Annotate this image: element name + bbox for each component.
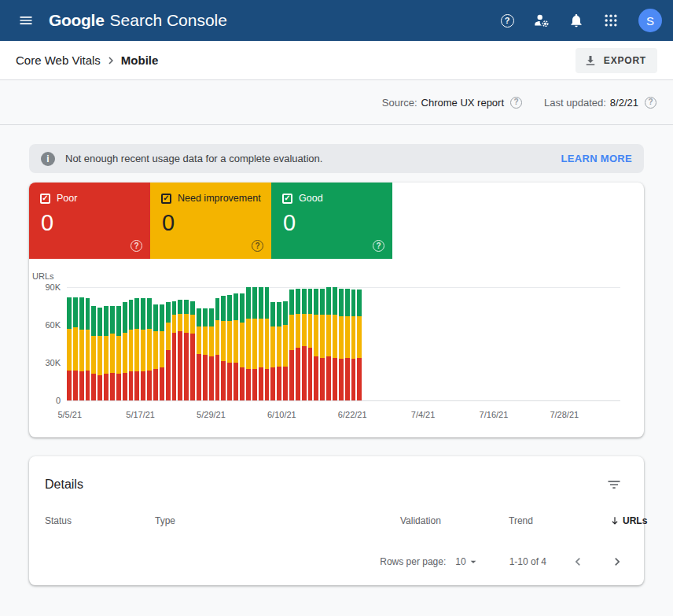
bar-segment-poor bbox=[91, 374, 96, 400]
export-button[interactable]: EXPORT bbox=[576, 48, 657, 73]
bar-segment-poor bbox=[203, 355, 208, 400]
chart-bar[interactable] bbox=[172, 301, 177, 400]
chart-bar[interactable] bbox=[283, 301, 288, 400]
bar-segment-ni bbox=[160, 331, 164, 367]
chart-bar[interactable] bbox=[203, 308, 208, 400]
breadcrumb-parent[interactable]: Core Web Vitals bbox=[16, 53, 101, 67]
checkbox-checked-icon[interactable]: ✓ bbox=[282, 194, 292, 204]
manage-users-button[interactable] bbox=[527, 6, 557, 35]
chart-bar[interactable] bbox=[209, 308, 214, 400]
bar-segment-poor bbox=[234, 363, 238, 400]
column-urls-sort[interactable]: URLs bbox=[609, 515, 647, 526]
status-tile-good[interactable]: ✓ Good 0 ? bbox=[271, 183, 392, 259]
chart-bar[interactable] bbox=[184, 300, 189, 400]
notifications-button[interactable] bbox=[561, 6, 591, 35]
apps-button[interactable] bbox=[596, 6, 626, 35]
chart-bar[interactable] bbox=[246, 287, 251, 400]
updated-help-icon[interactable]: ? bbox=[645, 97, 656, 109]
chart-bar[interactable] bbox=[86, 298, 90, 400]
help-icon[interactable]: ? bbox=[373, 240, 384, 252]
chart-bar[interactable] bbox=[314, 289, 318, 400]
chart-bar[interactable] bbox=[190, 301, 195, 400]
chart-bar[interactable] bbox=[227, 295, 232, 400]
chart-bar[interactable] bbox=[141, 298, 145, 400]
menu-button[interactable] bbox=[11, 6, 41, 35]
chart-bar[interactable] bbox=[277, 302, 281, 400]
chart-bar[interactable] bbox=[302, 289, 307, 400]
help-icon[interactable]: ? bbox=[131, 240, 142, 252]
chart-bar[interactable] bbox=[270, 302, 275, 400]
bar-segment-ni bbox=[221, 321, 226, 361]
rows-per-page-select[interactable]: 10 bbox=[455, 555, 479, 568]
chart-bar[interactable] bbox=[91, 306, 96, 400]
chart-bar[interactable] bbox=[116, 306, 121, 400]
column-urls-label: URLs bbox=[623, 515, 647, 526]
chart-bar[interactable] bbox=[265, 287, 270, 400]
chart-bar[interactable] bbox=[221, 296, 226, 400]
bar-segment-ni bbox=[326, 315, 331, 356]
chart-bar[interactable] bbox=[252, 287, 257, 400]
bar-segment-good bbox=[197, 308, 201, 326]
chart-bar[interactable] bbox=[345, 289, 350, 400]
chart-bar[interactable] bbox=[153, 304, 158, 400]
status-tile-need-improvement[interactable]: ✓ Need improvement 0 ? bbox=[150, 183, 271, 259]
chart-bar[interactable] bbox=[67, 297, 72, 400]
chart-bar[interactable] bbox=[147, 298, 152, 400]
chart-card: ✓ Poor 0 ? ✓ Need improvement 0 ? ✓ Good bbox=[29, 183, 644, 437]
bar-segment-good bbox=[283, 301, 288, 325]
column-status: Status bbox=[45, 515, 155, 526]
bar-segment-good bbox=[246, 287, 251, 319]
chart-bar[interactable] bbox=[289, 290, 294, 400]
chart-bar[interactable] bbox=[73, 297, 78, 400]
bar-segment-good bbox=[209, 308, 214, 326]
chart-bar[interactable] bbox=[123, 302, 127, 400]
bar-segment-poor bbox=[67, 371, 72, 400]
previous-page-button[interactable] bbox=[570, 554, 586, 570]
chart-bar[interactable] bbox=[308, 289, 313, 400]
chart-bar[interactable] bbox=[160, 304, 164, 400]
chart-bar[interactable] bbox=[129, 300, 134, 400]
chart-bar[interactable] bbox=[357, 290, 362, 400]
help-button[interactable]: ? bbox=[492, 6, 522, 35]
checkbox-checked-icon[interactable]: ✓ bbox=[161, 194, 171, 204]
bar-segment-good bbox=[252, 287, 257, 319]
bar-segment-good bbox=[172, 301, 177, 315]
checkbox-checked-icon[interactable]: ✓ bbox=[40, 194, 50, 204]
chart-bar[interactable] bbox=[104, 306, 108, 400]
account-avatar[interactable]: S bbox=[638, 9, 662, 32]
bar-segment-ni bbox=[296, 314, 300, 348]
bar-segment-ni bbox=[308, 314, 313, 348]
learn-more-link[interactable]: LEARN MORE bbox=[561, 153, 632, 164]
chart-bar[interactable] bbox=[134, 298, 139, 400]
chart-bar[interactable] bbox=[296, 289, 300, 400]
bar-segment-poor bbox=[252, 369, 257, 400]
chart-bar[interactable] bbox=[339, 289, 344, 400]
chart-bar[interactable] bbox=[326, 287, 331, 400]
chart-bar[interactable] bbox=[79, 297, 84, 400]
chart-bar[interactable] bbox=[97, 308, 102, 400]
bar-segment-ni bbox=[283, 325, 288, 367]
chart-bar[interactable] bbox=[178, 300, 182, 400]
bar-segment-poor bbox=[302, 346, 307, 400]
chart-bar[interactable] bbox=[234, 293, 238, 400]
chart-bar[interactable] bbox=[240, 293, 245, 400]
bar-segment-poor bbox=[166, 350, 171, 400]
app-logo[interactable]: Google Search Console bbox=[49, 11, 227, 30]
chart-bar[interactable] bbox=[110, 306, 115, 400]
source-meta: Source: Chrome UX report ? bbox=[382, 97, 522, 109]
column-trend: Trend bbox=[509, 515, 609, 526]
help-icon[interactable]: ? bbox=[252, 240, 263, 252]
chart-bar[interactable] bbox=[197, 308, 201, 400]
source-help-icon[interactable]: ? bbox=[510, 97, 522, 109]
dropdown-caret-icon bbox=[467, 555, 480, 568]
chart-bar[interactable] bbox=[259, 287, 263, 400]
next-page-button[interactable] bbox=[609, 554, 625, 570]
chart-bar[interactable] bbox=[333, 287, 337, 400]
chart-bar[interactable] bbox=[320, 289, 325, 400]
filter-button[interactable] bbox=[603, 474, 625, 496]
chart-bar[interactable] bbox=[166, 302, 171, 400]
status-tile-poor[interactable]: ✓ Poor 0 ? bbox=[29, 183, 150, 259]
bar-segment-ni bbox=[73, 327, 78, 370]
chart-bar[interactable] bbox=[351, 290, 356, 400]
chart-bar[interactable] bbox=[215, 298, 220, 400]
